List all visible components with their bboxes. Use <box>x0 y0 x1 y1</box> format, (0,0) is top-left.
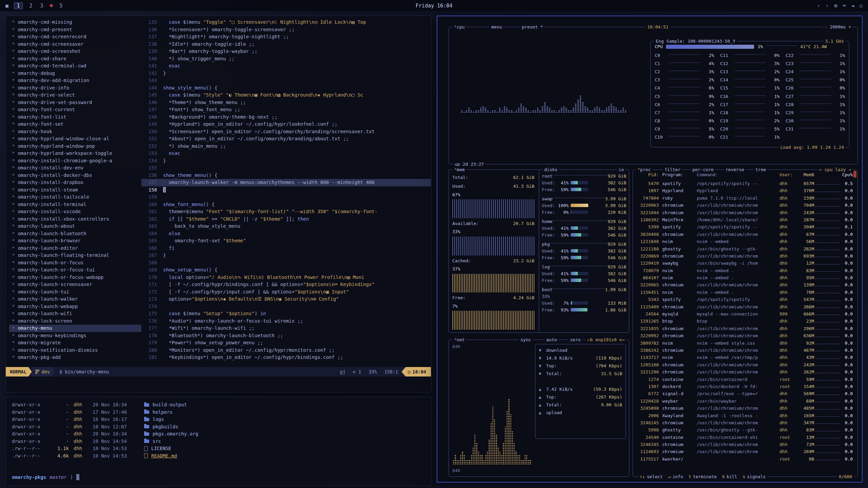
code-line[interactable]: 160show_font_menu() { <box>141 201 431 208</box>
power-icon[interactable]: ○ <box>860 3 863 9</box>
process-row[interactable]: 1143717nvimnvim --embed /var/tmp/pdhh43M… <box>636 354 853 361</box>
code-line[interactable]: 148 *Background*) omarchy-theme-bg-next … <box>141 114 431 121</box>
file-name[interactable]: build-output <box>153 401 187 409</box>
file-name[interactable]: README.md <box>151 452 177 460</box>
sidebar-file-item[interactable]: *omarchy-launch-walker <box>9 296 141 303</box>
code-line[interactable]: 180 *Monitors*) open_in_editor ~/.config… <box>141 347 431 354</box>
code-line[interactable]: 176 *Audio*) omarchy-launch-or-focus-tui… <box>141 318 431 325</box>
sidebar-file-item[interactable]: *omarchy-install-chromium-google-a <box>9 157 141 165</box>
process-row[interactable]: 3830408chromium/usr/lib/chromium/chromdh… <box>636 231 853 238</box>
sidebar-file-item[interactable]: *omarchy-notification-dismiss <box>9 347 141 354</box>
grid-icon[interactable]: ⊞ <box>834 3 837 9</box>
process-row[interactable]: 24564mysqldmysqld --max-connection999666… <box>636 310 853 318</box>
process-row[interactable]: 1125409chromium/usr/lib/chromium/chromdh… <box>636 303 853 310</box>
sidebar-file-item[interactable]: *omarchy-install-tailscale <box>9 194 141 201</box>
sidebar-file-item[interactable]: *omarchy-cmd-present <box>9 26 141 34</box>
code-line[interactable]: 168 <box>141 259 431 267</box>
process-row[interactable]: 3246345chromium/usr/lib/chromium/chromdh… <box>636 441 853 448</box>
sidebar-file-item[interactable]: *omarchy-cmd-screenshot <box>9 48 141 55</box>
code-line[interactable]: 174 <box>141 303 431 310</box>
process-table[interactable]: 5470spotify/opt/spotify/spotify --dhh657… <box>636 180 853 474</box>
key-hint[interactable]: kkill <box>722 473 737 480</box>
sidebar-file-item[interactable]: *omarchy-drive-info <box>9 84 141 92</box>
code-line[interactable]: 169show_setup_menu() { <box>141 266 431 274</box>
code-line[interactable]: 152 *) show_main_menu ;; <box>141 143 431 150</box>
key-hint[interactable]: ↑↓select <box>640 473 663 480</box>
process-row[interactable]: 6772signal-d/proc/self/exe --type=rdhh56… <box>636 390 853 397</box>
sidebar-file-item[interactable]: *omarchy-install-vscode <box>9 208 141 216</box>
net-auto-button[interactable]: auto <box>545 337 558 343</box>
code-line[interactable]: 147 *Font*) show_font_menu ;; <box>141 106 431 114</box>
code-line[interactable]: 179 *Power*) show_setup_power_menu ;; <box>141 339 431 347</box>
file-name[interactable]: logs <box>153 416 164 423</box>
code-line[interactable]: 181 *Keybindings*) open_in_editor ~/.con… <box>141 354 431 361</box>
code-line[interactable]: 156show_theme_menu() { <box>141 172 431 179</box>
sidebar-file-item[interactable]: *omarchy-install-dev-env <box>9 164 141 172</box>
process-row[interactable]: 5998ghostty/usr/bin/ghostty --gtk-dhh83M… <box>636 426 853 433</box>
code-line[interactable]: 166 fi <box>141 245 431 252</box>
process-row[interactable]: 3220869chromium/usr/lib/chromium/chromdh… <box>636 252 853 260</box>
sidebar-file-item[interactable]: *omarchy-launch-bluetooth <box>9 230 141 238</box>
tree-button[interactable]: tree <box>754 166 768 173</box>
code-line[interactable]: 146 *Theme*) show_theme_menu ;; <box>141 99 431 106</box>
disks-box-title[interactable]: disks <box>542 166 559 173</box>
process-row[interactable]: 3220992chromium/usr/lib/chromium/chromdh… <box>636 332 853 339</box>
sidebar-file-item[interactable]: *omarchy-hyprland-window-close-al <box>9 135 141 143</box>
code-line[interactable]: 142} <box>141 70 431 77</box>
process-row[interactable]: 1220428waybar/usr/bin/waybardhh69M0.0 <box>636 398 853 405</box>
process-row[interactable]: 5470spotify/opt/spotify/spotify --dhh657… <box>636 180 853 187</box>
code-line[interactable]: 164 else <box>141 230 431 238</box>
process-row[interactable]: 1274containe/usr/bin/containerdroot59M0.… <box>636 376 853 383</box>
sidebar-file-item[interactable]: *omarchy-cmd-screenrecord <box>9 33 141 41</box>
file-name[interactable]: helpers <box>153 409 173 416</box>
process-box-title[interactable]: ⁴proc <box>636 166 652 173</box>
sidebar-file-item[interactable]: *omarchy-launch-webapp <box>9 303 141 310</box>
list-item[interactable]: drwxr-xr-x-dhh16 Nov 16:17logs <box>12 416 425 423</box>
network-box-title[interactable]: ³net <box>452 337 466 343</box>
code-line[interactable]: 153 esac <box>141 150 431 157</box>
sidebar-file-item[interactable]: *omarchy-menu <box>9 325 141 332</box>
sidebar-file-item[interactable]: *omarchy-launch-screensaver <box>9 281 141 288</box>
sidebar-file-item[interactable]: *omarchy-launch-browser <box>9 237 141 245</box>
process-row[interactable]: 1220419swaybg/usr/bin/swaybg -i /homdhh1… <box>636 260 853 267</box>
process-row[interactable]: 1307dockerd/usr/bin/dockerd -H fd:root15… <box>636 383 853 390</box>
process-row[interactable]: 1124693chromium/usr/lib/chromium/chromdh… <box>636 448 853 455</box>
process-row[interactable]: 1221848nvimnvim --embeddhh56M0.0 <box>636 238 853 245</box>
launcher-icon[interactable]: ▣ <box>5 3 8 9</box>
code-line[interactable]: 135 case $(menu "Toggle" "▢ Screensaver\… <box>141 19 431 26</box>
code-line[interactable]: 139 *Bar*) omarchy-toggle-waybar ;; <box>141 48 431 55</box>
process-row[interactable]: 3220965chromium/usr/lib/chromium/chromdh… <box>636 281 853 288</box>
sidebar-file-item[interactable]: *omarchy-cmd-terminal-cwd <box>9 62 141 70</box>
code-line[interactable]: 150 *Screensaver*) open_in_editor ~/.con… <box>141 128 431 136</box>
process-row[interactable]: 1175517kworker/root0B0.0 <box>636 455 853 463</box>
code-line[interactable]: 138 *Idle*) omarchy-toggle-idle ;; <box>141 41 431 48</box>
list-item[interactable]: .rw-r--r--1.1kdhh10 Nov 14:53LICENSE <box>12 445 425 452</box>
code-line[interactable]: 144show_style_menu() { <box>141 84 431 92</box>
code-line[interactable]: 141 esac <box>141 62 431 70</box>
cpu-box-title[interactable]: ¹cpu <box>452 24 466 30</box>
code-line[interactable]: 173 options="$options\n◆ Defaults\n☰ DNS… <box>141 296 431 303</box>
code-line[interactable]: 162 if [[ "$theme" == "CNCLD" || -z "$th… <box>141 216 431 223</box>
sort-column-control[interactable]: ← cpu lazy → <box>817 166 853 173</box>
file-name[interactable]: src <box>153 438 161 445</box>
shell-prompt[interactable]: omarchy-pkgs master ) <box>12 474 79 480</box>
sidebar-file-item[interactable]: *omarchy-launch-editor <box>9 245 141 252</box>
workspace-4-dot[interactable] <box>50 4 53 7</box>
process-row[interactable]: 2006XwaylandXwayland :1 -rootless -dhh16… <box>636 412 853 419</box>
code-area[interactable]: 135 case $(menu "Toggle" "▢ Screensaver\… <box>141 16 431 366</box>
process-row[interactable]: 3245898chromium/usr/lib/chromium/chromdh… <box>636 405 853 412</box>
process-row[interactable]: 1291265btopbtopdhh23M0.0 <box>636 318 853 325</box>
list-item[interactable]: drwxr-xr-x-dhh17 Nov 17:40helpers <box>12 409 425 416</box>
sidebar-file-item[interactable]: *omarchy-cmd-screensaver <box>9 41 141 48</box>
chevron-right-icon[interactable]: › <box>826 3 829 9</box>
sidebar-file-item[interactable]: *omarchy-lock-screen <box>9 318 141 325</box>
sidebar-file-item[interactable]: *omarchy-install-xbox-controllers <box>9 216 141 223</box>
list-item[interactable]: drwxr-xr-x-dhh10 Nov 12:07pkgbuilds <box>12 423 425 431</box>
process-row[interactable]: 728079nvimnvim --embed .dhh83M0.0 <box>636 267 853 274</box>
code-line[interactable]: 175 case $(menu "Setup" "$options") in <box>141 310 431 318</box>
sidebar-file-item[interactable]: *omarchy-migrate <box>9 339 141 347</box>
keyboard-icon[interactable]: ⌨ <box>843 3 846 9</box>
sidebar-file-item[interactable]: *omarchy-launch-floating-terminal <box>9 252 141 259</box>
process-row[interactable]: 1186302MainThre/home/dhh/.local/share/dh… <box>636 216 853 223</box>
sidebar-file-item[interactable]: *omarchy-font-current <box>9 106 141 114</box>
